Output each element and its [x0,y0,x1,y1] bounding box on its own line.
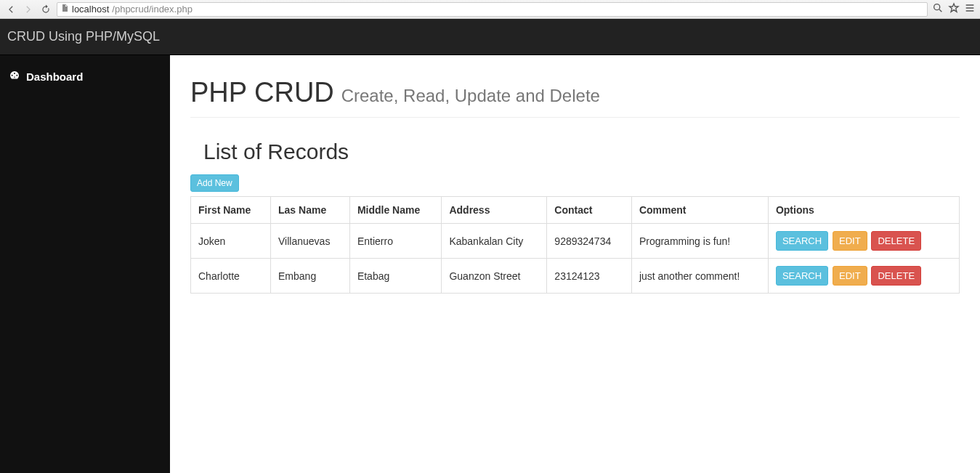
page-title: PHP CRUD [190,77,334,108]
page-icon [60,4,69,15]
col-last-name: Las Name [271,197,350,224]
sidebar-item-dashboard[interactable]: Dashboard [0,62,170,91]
cell-comment: just another comment! [631,259,768,294]
col-contact: Contact [547,197,632,224]
col-first-name: First Name [191,197,271,224]
cell-last: Embang [271,259,350,294]
chrome-tools [932,2,976,16]
add-new-button[interactable]: Add New [190,174,239,192]
bookmark-icon[interactable] [948,2,960,16]
page-header: PHP CRUD Create, Read, Update and Delete [190,77,960,118]
records-table: First Name Las Name Middle Name Address … [190,196,960,294]
table-row: Charlotte Embang Etabag Guanzon Street 2… [191,259,960,294]
section-title: List of Records [203,140,960,164]
cell-contact: 9289324734 [547,224,632,259]
cell-options: SEARCH EDIT DELETE [768,224,959,259]
main-content: PHP CRUD Create, Read, Update and Delete… [170,55,980,473]
back-button[interactable] [4,3,17,16]
cell-middle: Etabag [349,259,442,294]
search-button[interactable]: SEARCH [776,231,828,251]
col-address: Address [442,197,547,224]
delete-button[interactable]: DELETE [871,266,921,286]
cell-address: Guanzon Street [442,259,547,294]
browser-chrome: localhost/phpcrud/index.php [0,0,980,19]
cell-options: SEARCH EDIT DELETE [768,259,959,294]
app-title: CRUD Using PHP/MySQL [7,29,160,44]
table-header-row: First Name Las Name Middle Name Address … [191,197,960,224]
cell-first: Charlotte [191,259,271,294]
col-options: Options [768,197,959,224]
reload-button[interactable] [39,3,52,16]
page-subtitle: Create, Read, Update and Delete [341,86,600,105]
cell-last: Villanuevas [271,224,350,259]
url-bar[interactable]: localhost/phpcrud/index.php [57,2,928,17]
menu-icon[interactable] [964,2,976,16]
url-path: /phpcrud/index.php [112,4,193,15]
edit-button[interactable]: EDIT [833,266,867,286]
cell-contact: 23124123 [547,259,632,294]
cell-first: Joken [191,224,271,259]
sidebar-item-label: Dashboard [26,70,83,83]
svg-point-0 [934,4,940,10]
search-button[interactable]: SEARCH [776,266,828,286]
dashboard-icon [9,70,20,84]
app-layout: Dashboard PHP CRUD Create, Read, Update … [0,55,980,473]
navbar: CRUD Using PHP/MySQL [0,19,980,55]
zoom-icon[interactable] [932,2,944,16]
cell-comment: Programming is fun! [631,224,768,259]
arrow-right-icon [23,4,33,15]
cell-address: Kabankalan City [442,224,547,259]
table-row: Joken Villanuevas Entierro Kabankalan Ci… [191,224,960,259]
col-comment: Comment [631,197,768,224]
url-host: localhost [72,4,109,15]
sidebar: Dashboard [0,55,170,473]
reload-icon [41,4,51,15]
forward-button[interactable] [22,3,35,16]
svg-line-1 [939,9,941,12]
delete-button[interactable]: DELETE [871,231,921,251]
col-middle-name: Middle Name [349,197,442,224]
arrow-left-icon [6,4,16,15]
edit-button[interactable]: EDIT [833,231,867,251]
cell-middle: Entierro [349,224,442,259]
